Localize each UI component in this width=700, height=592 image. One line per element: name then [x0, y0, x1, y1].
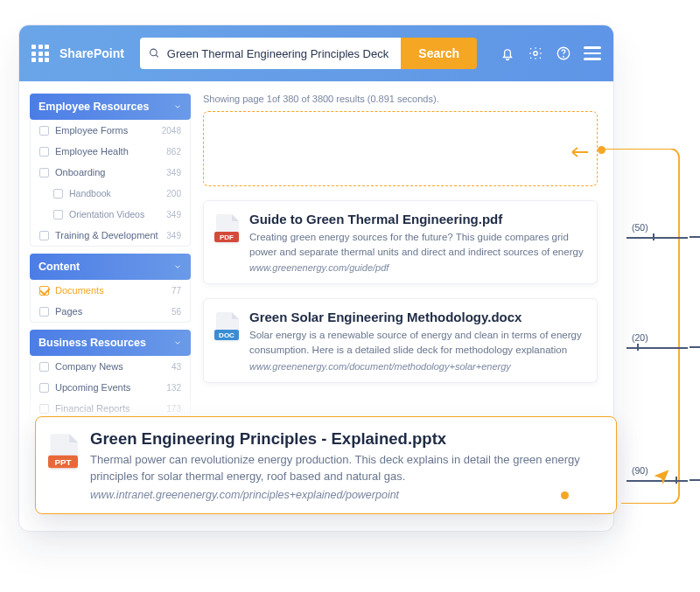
promoted-description: Thermal power can revolutionize energy p…	[90, 452, 600, 485]
facet-item-pages[interactable]: Pages56	[31, 301, 190, 322]
chevron-down-icon	[173, 338, 182, 347]
result-url: www.greenenergy.com/guide/pdf	[249, 262, 584, 273]
facet-item-documents[interactable]: Documents77	[31, 280, 190, 301]
search-button[interactable]: Search	[401, 38, 477, 69]
result-card[interactable]: PDF Guide to Green Thermal Engineering.p…	[203, 200, 598, 284]
promoted-slot-placeholder	[203, 111, 598, 186]
weight-slider[interactable]	[626, 237, 688, 239]
svg-point-0	[150, 49, 158, 56]
header-bar: SharePoint Search	[19, 25, 613, 81]
result-status: Showing page 1of 380 of 3800 results (0.…	[203, 94, 598, 104]
result-title: Guide to Green Thermal Engineering.pdf	[249, 212, 584, 226]
facet-item[interactable]: Employee Forms2048	[31, 120, 190, 141]
doc-file-icon: DOC	[214, 312, 239, 342]
facet-item[interactable]: Onboarding349	[31, 162, 190, 183]
brand-label: SharePoint	[60, 46, 124, 60]
result-url: www.greenenergy.com/document/methodology…	[249, 361, 584, 372]
facet-employee-resources[interactable]: Employee Resources	[30, 94, 191, 120]
chevron-down-icon	[173, 262, 182, 271]
promoted-title: Green Engineering Principles - Explained…	[90, 429, 600, 449]
facet-item[interactable]: Upcoming Events132	[31, 377, 190, 398]
result-description: Solar energy is a renewable source of en…	[249, 328, 584, 357]
facet-item[interactable]: Training & Development349	[31, 225, 190, 246]
result-card[interactable]: DOC Green Solar Engineering Methodology.…	[203, 298, 598, 382]
facet-business-resources[interactable]: Business Resources	[30, 330, 191, 356]
menu-icon[interactable]	[584, 46, 601, 60]
apps-launcher-icon[interactable]	[32, 45, 49, 62]
results-panel: Showing page 1of 380 of 3800 results (0.…	[191, 81, 613, 427]
result-description: Creating green energy sources for the fu…	[249, 230, 584, 259]
search-input[interactable]	[167, 47, 392, 60]
svg-point-2	[534, 52, 538, 56]
chevron-down-icon	[173, 102, 182, 111]
boost-plane-icon	[653, 467, 670, 484]
facet-subitem[interactable]: Orientation Videos349	[31, 204, 190, 225]
facet-content[interactable]: Content	[30, 254, 191, 280]
svg-text:PPT: PPT	[55, 457, 72, 467]
settings-gear-icon[interactable]	[528, 45, 543, 61]
weight-slider[interactable]	[626, 347, 688, 349]
ppt-file-icon: PPT	[48, 434, 78, 470]
weight-label: (20)	[632, 332, 648, 343]
svg-line-1	[156, 55, 158, 58]
weight-label: (90)	[632, 465, 648, 476]
connector-line	[600, 149, 688, 504]
facet-subitem[interactable]: Handbook200	[31, 183, 190, 204]
facet-item[interactable]: Employee Health862	[31, 141, 190, 162]
result-title: Green Solar Engineering Methodology.docx	[249, 310, 584, 324]
svg-text:DOC: DOC	[219, 331, 234, 339]
facet-sidebar: Employee Resources Employee Forms2048 Em…	[19, 81, 191, 427]
svg-text:PDF: PDF	[220, 233, 234, 241]
bell-icon[interactable]	[500, 45, 515, 61]
connector-dot-icon	[561, 491, 569, 499]
promoted-result-card[interactable]: PPT Green Engineering Principles - Expla…	[35, 416, 617, 514]
search-icon	[149, 47, 160, 59]
svg-point-4	[564, 56, 564, 57]
arrow-left-icon	[570, 147, 588, 157]
connector-dot-icon	[598, 146, 606, 154]
help-icon[interactable]	[556, 45, 571, 61]
facet-item[interactable]: Company News43	[31, 356, 190, 377]
pdf-file-icon: PDF	[214, 214, 239, 244]
search-form: Search	[140, 38, 477, 69]
weight-label: (50)	[632, 222, 648, 233]
search-box[interactable]	[140, 38, 401, 69]
promoted-url: www.intranet.greenenergy.com/principles+…	[90, 489, 600, 501]
